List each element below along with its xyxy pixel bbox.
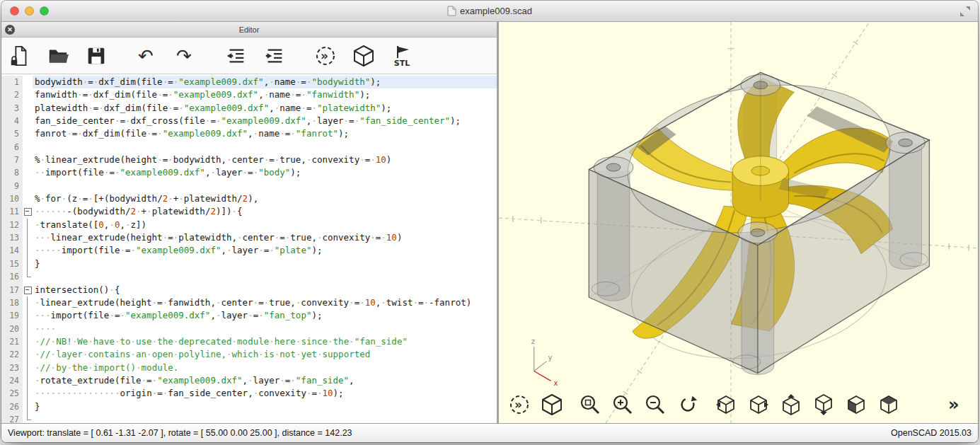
fold-marker[interactable]: [23, 205, 33, 218]
fold-marker: [23, 76, 33, 88]
save-button[interactable]: [83, 42, 109, 69]
minimize-button[interactable]: [25, 6, 34, 16]
vp-preview-button[interactable]: »: [503, 391, 536, 419]
code-text: fan_side_center·=·dxf_cross(file·=·"exam…: [33, 115, 497, 127]
code-line[interactable]: 21·//·NB!·We·have·to·use·the·deprecated·…: [1, 335, 497, 348]
fold-marker: [23, 413, 33, 423]
code-line[interactable]: 12·translate([0,·0,·z]): [1, 219, 497, 231]
line-number: 6: [1, 141, 23, 154]
svg-text:↷: ↷: [176, 45, 192, 67]
line-number: 21: [1, 335, 23, 348]
view-bottom-button[interactable]: [807, 391, 840, 419]
code-line[interactable]: 6: [1, 141, 497, 154]
app-version-text: OpenSCAD 2015.03: [891, 428, 972, 438]
code-text: fanrot·=·dxf_dim(file·=·"example009.dxf"…: [33, 127, 497, 140]
code-text: intersection()·{: [33, 284, 497, 296]
fullscreen-icon[interactable]: [959, 6, 971, 16]
gizmo-z-label: z: [531, 337, 535, 345]
code-text: [33, 413, 497, 423]
line-number: 23: [1, 362, 23, 374]
code-line[interactable]: 24·rotate_extrude(file·=·"example009.dxf…: [1, 374, 497, 387]
fold-marker: [23, 154, 33, 166]
view-left-icon: [715, 394, 737, 415]
code-line[interactable]: 17intersection()·{: [1, 284, 497, 296]
code-line[interactable]: 22·//·layer·contains·an·open·polyline,·w…: [1, 348, 497, 361]
code-area[interactable]: 1bodywidth·=·dxf_dim(file·=·"example009.…: [1, 74, 497, 423]
code-line[interactable]: 2fanwidth·=·dxf_dim(file·=·"example009.d…: [1, 88, 497, 101]
redo-icon: ↷: [173, 44, 197, 68]
reset-view-button[interactable]: [671, 391, 704, 419]
view-back-button[interactable]: [872, 391, 905, 419]
code-text: [33, 180, 497, 192]
code-line[interactable]: 14·····import(file·=·"example009.dxf",·l…: [1, 244, 497, 257]
code-line[interactable]: 19···import(file·=·"example009.dxf",·lay…: [1, 309, 497, 322]
view-left-button[interactable]: [710, 391, 742, 419]
code-line[interactable]: 16: [1, 270, 497, 283]
undo-button[interactable]: ↶: [134, 42, 160, 69]
code-line[interactable]: 26}: [1, 400, 497, 413]
code-line[interactable]: 7%·linear_extrude(height·=·bodywidth,·ce…: [1, 154, 497, 166]
traffic-lights: [10, 1, 49, 21]
fold-marker: [23, 219, 33, 231]
code-text: ·//·NB!·We·have·to·use·the·deprecated·mo…: [33, 335, 497, 348]
line-number: 11: [1, 205, 23, 218]
editor-close-button[interactable]: ✕: [5, 25, 15, 35]
code-line[interactable]: 15}: [1, 258, 497, 270]
line-number: 7: [1, 154, 23, 166]
code-line[interactable]: 4fan_side_center·=·dxf_cross(file·=·"exa…: [1, 115, 497, 127]
undo-icon: ↶: [135, 44, 159, 68]
render-button[interactable]: [351, 42, 376, 69]
view-right-icon: [748, 394, 769, 415]
new-file-button[interactable]: [7, 42, 33, 69]
view-right-button[interactable]: [742, 391, 775, 419]
code-line[interactable]: 1bodywidth·=·dxf_dim(file·=·"example009.…: [1, 76, 497, 88]
zoom-button[interactable]: [40, 6, 49, 16]
code-line[interactable]: 18·linear_extrude(height·=·fanwidth,·cen…: [1, 296, 497, 309]
code-line[interactable]: 25················origin·=·fan_side_cent…: [1, 387, 497, 400]
window-title: example009.scad: [460, 6, 532, 16]
zoom-in-button[interactable]: [606, 391, 639, 419]
redo-button[interactable]: ↷: [173, 42, 198, 69]
line-number: 10: [1, 192, 23, 205]
code-line[interactable]: 20····: [1, 323, 497, 335]
fold-marker[interactable]: [23, 284, 33, 296]
code-text: [33, 141, 497, 154]
fold-marker: [23, 88, 33, 101]
3d-scene[interactable]: z y x: [499, 22, 978, 423]
code-line[interactable]: 9: [1, 180, 497, 192]
code-line[interactable]: 10%·for·(z·=·[+(bodywidth/2·+·platewidth…: [1, 192, 497, 205]
editor-panel: ✕ Editor: [1, 22, 499, 423]
line-number: 2: [1, 88, 23, 101]
zoom-all-button[interactable]: [574, 391, 606, 419]
code-line[interactable]: 5fanrot·=·dxf_dim(file·=·"example009.dxf…: [1, 127, 497, 140]
3d-viewport[interactable]: z y x »: [499, 22, 978, 423]
code-text: ·//·layer·contains·an·open·polyline,·whi…: [33, 348, 497, 361]
line-number: 14: [1, 244, 23, 257]
line-number: 1: [1, 76, 23, 88]
more-chevrons-icon: »: [944, 393, 965, 417]
code-line[interactable]: 23·//·by·the·import()·module.: [1, 362, 497, 374]
export-stl-button[interactable]: STL: [389, 42, 415, 69]
code-line[interactable]: 11······-(bodywidth/2·+·platewidth/2)])·…: [1, 205, 497, 218]
titlebar[interactable]: example009.scad: [1, 1, 978, 22]
code-line[interactable]: 8··import(file·=·"example009.dxf",·layer…: [1, 166, 497, 179]
toolbar-more-button[interactable]: »: [938, 391, 971, 419]
code-line[interactable]: 3platewidth·=·dxf_dim(file·=·"example009…: [1, 102, 497, 115]
line-number: 5: [1, 127, 23, 140]
view-top-button[interactable]: [775, 391, 807, 419]
preview-button[interactable]: »: [313, 42, 338, 69]
code-line[interactable]: 27: [1, 413, 497, 423]
line-number: 17: [1, 284, 23, 296]
code-text: }: [33, 258, 497, 270]
vp-render-button[interactable]: [536, 391, 568, 419]
indent-button[interactable]: [262, 42, 287, 69]
close-button[interactable]: [10, 6, 19, 16]
zoom-out-icon: [644, 393, 667, 416]
view-front-button[interactable]: [840, 391, 872, 419]
viewport-status-text: Viewport: translate = [ 0.61 -1.31 -2.07…: [8, 428, 352, 438]
zoom-out-button[interactable]: [639, 391, 671, 419]
unindent-button[interactable]: [224, 42, 249, 69]
editor-panel-header[interactable]: ✕ Editor: [1, 22, 497, 37]
code-line[interactable]: 13···linear_extrude(height·=·platewidth,…: [1, 231, 497, 244]
open-button[interactable]: [45, 42, 71, 69]
